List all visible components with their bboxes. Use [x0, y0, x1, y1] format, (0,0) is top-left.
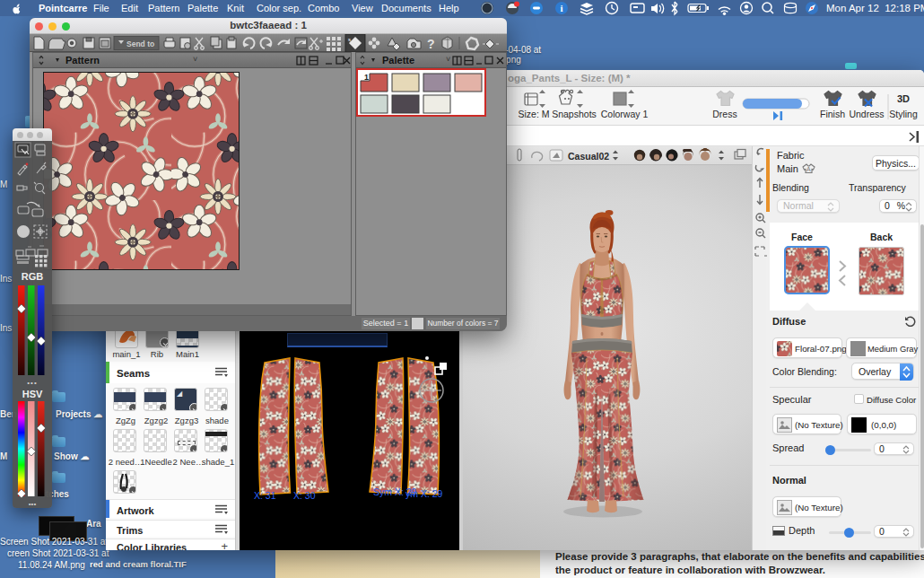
svg-text:ym X: 29: ym X: 29 [405, 488, 443, 499]
svg-text:•••: ••• [27, 379, 37, 387]
svg-text:?: ? [427, 37, 435, 51]
svg-text:Casual02: Casual02 [568, 151, 609, 162]
svg-text:Finish: Finish [820, 109, 845, 119]
svg-text:Send to: Send to [126, 39, 154, 48]
svg-text:Size: M: Size: M [518, 109, 549, 119]
svg-text:3D: 3D [897, 93, 910, 104]
svg-text:Colorway 1: Colorway 1 [601, 109, 649, 119]
svg-text:i: i [560, 3, 562, 13]
svg-text:X: 31: X: 31 [254, 490, 276, 501]
svg-text:Styling: Styling [889, 109, 918, 119]
svg-text:A: A [806, 166, 811, 172]
svg-text:Undress: Undress [849, 109, 884, 119]
svg-text:s: s [348, 37, 351, 42]
svg-text:Snapshots: Snapshots [552, 109, 597, 119]
svg-text:RGB: RGB [22, 271, 44, 282]
svg-text:1: 1 [364, 73, 369, 82]
svg-text:Dress: Dress [712, 109, 737, 119]
svg-text:HSV: HSV [22, 389, 43, 399]
svg-text:X: 30: X: 30 [293, 490, 316, 501]
